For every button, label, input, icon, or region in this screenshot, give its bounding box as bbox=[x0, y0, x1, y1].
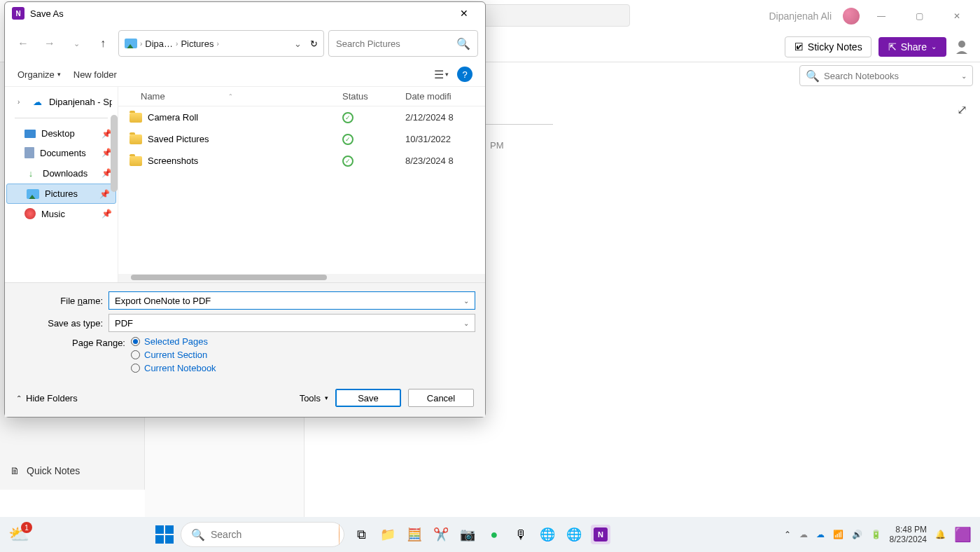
radio-icon bbox=[131, 364, 140, 373]
tree-label: Pictures bbox=[45, 188, 78, 199]
copilot-icon[interactable] bbox=[953, 39, 970, 55]
sort-indicator-icon: ⌃ bbox=[228, 93, 233, 99]
weather-widget[interactable]: ⛅ 1 bbox=[8, 525, 29, 544]
clock[interactable]: 8:48 PM 8/23/2024 bbox=[890, 525, 927, 545]
col-date[interactable]: Date modifi bbox=[405, 91, 485, 102]
chevron-down-icon[interactable]: ⌄ bbox=[961, 72, 967, 80]
snip-icon[interactable]: ✂️ bbox=[431, 525, 451, 544]
refresh-button[interactable]: ↻ bbox=[310, 39, 318, 49]
sticky-icon: 🗹 bbox=[794, 41, 804, 53]
nav-tree: › ☁ Dipanjenah - Sp Desktop 📌 Documents … bbox=[5, 87, 118, 282]
new-folder-button[interactable]: New folder bbox=[74, 69, 117, 80]
tree-scrollbar[interactable] bbox=[111, 115, 118, 192]
col-name[interactable]: Name ⌃ bbox=[118, 91, 342, 102]
user-name: Dipanjenah Ali bbox=[769, 11, 832, 22]
notebook-search-input[interactable] bbox=[824, 71, 961, 81]
chrome-icon[interactable]: 🌐 bbox=[538, 525, 557, 544]
tree-documents[interactable]: Documents 📌 bbox=[5, 143, 118, 163]
cloud-icon: ☁ bbox=[31, 95, 43, 108]
range-current-section[interactable]: Current Section bbox=[131, 350, 216, 360]
back-button[interactable]: ← bbox=[12, 32, 34, 55]
horizontal-scrollbar[interactable] bbox=[118, 274, 485, 282]
view-button[interactable]: ☰ ▾ bbox=[434, 68, 449, 81]
up-button[interactable]: ↑ bbox=[92, 32, 114, 55]
tools-button[interactable]: Tools ▾ bbox=[300, 393, 328, 403]
onedrive-tray-icon[interactable]: ☁ bbox=[799, 530, 808, 539]
quick-notes-item[interactable]: 🗎 Quick Notes bbox=[10, 465, 80, 476]
taskbar-search[interactable]: 🔍 bbox=[181, 522, 344, 547]
maximize-button[interactable]: ▢ bbox=[903, 5, 935, 27]
close-button[interactable]: ✕ bbox=[941, 5, 973, 27]
tree-desktop[interactable]: Desktop 📌 bbox=[5, 124, 118, 143]
calculator-icon[interactable]: 🧮 bbox=[405, 525, 424, 544]
tray-chevron-icon[interactable]: ⌃ bbox=[784, 530, 791, 539]
expand-icon[interactable]: ⤢ bbox=[957, 102, 967, 118]
task-view-icon[interactable]: ⧉ bbox=[351, 525, 371, 544]
camera-icon[interactable]: 📷 bbox=[458, 525, 477, 544]
taskbar-search-input[interactable] bbox=[211, 529, 333, 540]
filename-input[interactable]: Export OneNote to PDF ⌄ bbox=[108, 291, 475, 310]
hide-folders-button[interactable]: ⌃ Hide Folders bbox=[16, 393, 78, 403]
expand-icon[interactable]: › bbox=[18, 98, 26, 106]
organize-button[interactable]: Organize ▾ bbox=[18, 69, 61, 80]
wifi-icon[interactable]: 📶 bbox=[833, 530, 844, 539]
onedrive-tray-icon-2[interactable]: ☁ bbox=[816, 530, 825, 539]
tree-music[interactable]: Music 📌 bbox=[5, 204, 118, 223]
breadcrumb-seg[interactable]: Pictures bbox=[181, 39, 214, 49]
tree-onedrive[interactable]: › ☁ Dipanjenah - Sp bbox=[5, 91, 118, 112]
range-selected-pages[interactable]: Selected Pages bbox=[131, 336, 216, 347]
search-icon: 🔍 bbox=[806, 69, 820, 83]
chevron-down-icon[interactable]: ⌄ bbox=[463, 319, 469, 327]
filetype-input[interactable]: PDF ⌄ bbox=[108, 314, 475, 332]
search-icon: 🔍 bbox=[456, 37, 470, 50]
file-row[interactable]: Screenshots ✓ 8/23/2024 8 bbox=[118, 150, 485, 172]
help-button[interactable]: ? bbox=[457, 67, 472, 82]
tree-pictures[interactable]: Pictures 📌 bbox=[6, 184, 116, 204]
file-name: Camera Roll bbox=[148, 112, 198, 123]
onenote-icon: N bbox=[12, 7, 24, 20]
notebook-search[interactable]: 🔍 ⌄ bbox=[799, 65, 973, 86]
dialog-close-button[interactable]: ✕ bbox=[450, 3, 478, 24]
copilot-tray-icon[interactable]: 🟪 bbox=[954, 526, 972, 543]
breadcrumb-dropdown[interactable]: ⌄ bbox=[294, 39, 302, 49]
chrome-icon-2[interactable]: 🌐 bbox=[564, 525, 584, 544]
save-button[interactable]: Save bbox=[335, 389, 401, 407]
mic-icon[interactable]: 🎙 bbox=[511, 525, 531, 544]
minimize-button[interactable]: — bbox=[865, 5, 897, 27]
chevron-right-icon: › bbox=[176, 40, 178, 48]
sticky-notes-button[interactable]: 🗹 Sticky Notes bbox=[785, 36, 872, 57]
dialog-fields: File name: Export OneNote to PDF ⌄ docum… bbox=[5, 282, 485, 379]
pin-icon: 📌 bbox=[102, 209, 112, 219]
forward-button[interactable]: → bbox=[38, 32, 61, 55]
page-timestamp: PM bbox=[490, 140, 504, 151]
tree-downloads[interactable]: ↓ Downloads 📌 bbox=[5, 163, 118, 184]
col-status[interactable]: Status bbox=[342, 91, 405, 102]
scrollbar-thumb[interactable] bbox=[131, 275, 327, 280]
filetype-label: Save as type: bbox=[15, 318, 103, 329]
breadcrumb[interactable]: › Dipa… › Pictures › ⌄ ↻ bbox=[118, 30, 324, 57]
share-label: Share bbox=[901, 41, 927, 53]
volume-icon[interactable]: 🔊 bbox=[852, 530, 862, 539]
onenote-taskbar-icon[interactable]: N bbox=[591, 525, 610, 544]
battery-icon[interactable]: 🔋 bbox=[871, 530, 881, 539]
start-button[interactable] bbox=[155, 525, 174, 544]
search-promo-icon bbox=[339, 524, 340, 545]
dialog-search[interactable]: 🔍 bbox=[328, 30, 478, 57]
avatar[interactable] bbox=[843, 8, 860, 25]
share-button[interactable]: ⇱ Share ⌄ bbox=[878, 37, 946, 57]
recent-dropdown[interactable]: ⌄ bbox=[65, 32, 88, 55]
explorer-icon[interactable]: 📁 bbox=[378, 525, 398, 544]
file-row[interactable]: Camera Roll ✓ 2/12/2024 8 bbox=[118, 106, 485, 128]
notifications-icon[interactable]: 🔔 bbox=[935, 530, 946, 539]
dialog-search-input[interactable] bbox=[336, 39, 456, 49]
breadcrumb-seg[interactable]: Dipa… bbox=[145, 39, 173, 49]
spotify-icon[interactable]: ● bbox=[484, 525, 504, 544]
file-date: 8/23/2024 8 bbox=[405, 156, 485, 166]
chevron-down-icon: ▾ bbox=[445, 71, 449, 78]
cancel-button[interactable]: Cancel bbox=[408, 389, 474, 407]
chevron-down-icon[interactable]: ⌄ bbox=[463, 297, 469, 305]
dialog-nav: ← → ⌄ ↑ › Dipa… › Pictures › ⌄ ↻ 🔍 bbox=[5, 25, 485, 62]
range-current-notebook[interactable]: Current Notebook bbox=[131, 363, 216, 373]
column-headers: Name ⌃ Status Date modifi bbox=[118, 87, 485, 106]
file-row[interactable]: Saved Pictures ✓ 10/31/2022 bbox=[118, 128, 485, 150]
